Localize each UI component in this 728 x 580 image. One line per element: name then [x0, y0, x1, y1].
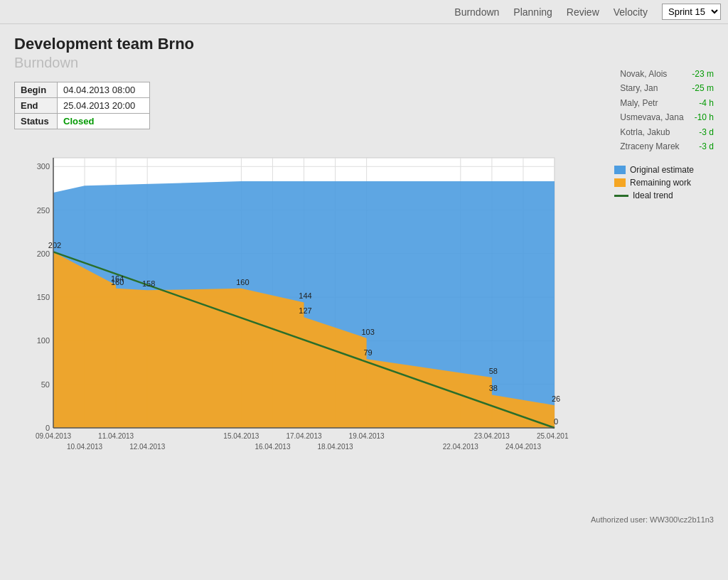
nav-review[interactable]: Review — [567, 6, 599, 18]
legend-ideal-trend: Ideal trend — [614, 190, 714, 200]
sprint-end-row: End 25.04.2013 20:00 — [15, 98, 150, 114]
svg-text:79: 79 — [364, 348, 373, 357]
svg-text:38: 38 — [489, 384, 498, 392]
svg-text:160: 160 — [111, 278, 124, 286]
stat-value: -4 h — [699, 96, 714, 110]
svg-text:103: 103 — [361, 328, 374, 336]
stat-row: Kotrla, Jakub-3 d — [620, 125, 714, 139]
status-label: Status — [15, 114, 58, 129]
legend-ideal-trend-label: Ideal trend — [633, 190, 673, 200]
svg-text:22.04.2013: 22.04.2013 — [443, 443, 478, 451]
svg-text:160: 160 — [236, 278, 249, 286]
stat-name: Maly, Petr — [620, 96, 658, 110]
svg-text:150: 150 — [37, 293, 50, 301]
nav-velocity[interactable]: Velocity — [614, 6, 648, 18]
authorized-user: Authorized user: WW300\cz2b11n3 — [591, 515, 714, 524]
svg-text:300: 300 — [37, 162, 50, 171]
svg-text:158: 158 — [142, 279, 155, 288]
sprint-selector[interactable]: Sprint 15 Sprint 14 Sprint 13 — [662, 4, 721, 20]
top-nav: Burndown Planning Review Velocity Sprint… — [0, 0, 728, 24]
svg-text:24.04.2013: 24.04.2013 — [505, 443, 541, 451]
status-value: Closed — [58, 114, 150, 129]
chart-area: 05010015020025030009.04.201310.04.201311… — [14, 144, 714, 485]
burndown-chart: 05010015020025030009.04.201310.04.201311… — [14, 144, 569, 485]
chart-container: 05010015020025030009.04.201310.04.201311… — [14, 144, 714, 485]
nav-planning[interactable]: Planning — [513, 6, 552, 18]
svg-text:202: 202 — [48, 241, 61, 249]
svg-text:127: 127 — [299, 306, 311, 315]
footer: Authorized user: WW300\cz2b11n3 — [0, 510, 728, 530]
page-title: Development team Brno — [14, 35, 714, 53]
legend-original-estimate-color — [614, 166, 626, 174]
svg-text:50: 50 — [41, 380, 50, 389]
sprint-status-row: Status Closed — [15, 114, 150, 129]
svg-text:23.04.2013: 23.04.2013 — [474, 432, 510, 440]
svg-text:11.04.2013: 11.04.2013 — [98, 432, 134, 440]
stat-row: Maly, Petr-4 h — [620, 96, 714, 110]
stat-name: Usmevava, Jana — [620, 110, 683, 124]
stat-value: -10 h — [695, 110, 714, 124]
svg-text:25.04.2013: 25.04.2013 — [537, 432, 569, 440]
svg-text:17.04.2013: 17.04.2013 — [286, 432, 321, 440]
chart-wrap: 05010015020025030009.04.201310.04.201311… — [14, 144, 600, 485]
begin-label: Begin — [15, 82, 58, 98]
chart-legend: Original estimate Remaining work Ideal t… — [614, 165, 714, 203]
svg-text:100: 100 — [37, 336, 50, 345]
team-stats-panel: Novak, Alois-23 mStary, Jan-25 mMaly, Pe… — [620, 67, 714, 154]
sprint-info-table: Begin 04.04.2013 08:00 End 25.04.2013 20… — [14, 82, 150, 129]
svg-text:09.04.2013: 09.04.2013 — [36, 432, 71, 440]
svg-text:0: 0 — [554, 417, 558, 426]
legend-original-estimate-label: Original estimate — [630, 165, 694, 175]
svg-text:10.04.2013: 10.04.2013 — [67, 443, 102, 451]
nav-burndown[interactable]: Burndown — [454, 6, 499, 18]
svg-text:15.04.2013: 15.04.2013 — [223, 432, 259, 440]
svg-text:12.04.2013: 12.04.2013 — [129, 443, 165, 451]
stat-row: Stary, Jan-25 m — [620, 81, 714, 95]
svg-text:250: 250 — [37, 206, 50, 215]
svg-text:26: 26 — [552, 394, 560, 403]
svg-text:58: 58 — [489, 367, 498, 375]
begin-value: 04.04.2013 08:00 — [58, 82, 150, 98]
stat-value: -23 m — [692, 67, 714, 81]
sprint-begin-row: Begin 04.04.2013 08:00 — [15, 82, 150, 98]
stat-row: Novak, Alois-23 m — [620, 67, 714, 81]
stat-name: Stary, Jan — [620, 81, 658, 95]
stat-name: Novak, Alois — [620, 67, 667, 81]
legend-remaining-work-color — [614, 178, 626, 187]
legend-ideal-trend-line — [614, 195, 628, 197]
stat-value: -25 m — [692, 81, 714, 95]
legend-remaining-work: Remaining work — [614, 178, 714, 188]
svg-text:18.04.2013: 18.04.2013 — [318, 443, 353, 451]
stat-value: -3 d — [699, 125, 714, 139]
stat-name: Kotrla, Jakub — [620, 125, 670, 139]
legend-remaining-work-label: Remaining work — [630, 178, 691, 188]
svg-text:19.04.2013: 19.04.2013 — [349, 432, 385, 440]
end-value: 25.04.2013 20:00 — [58, 98, 150, 114]
legend-original-estimate: Original estimate — [614, 165, 714, 175]
svg-text:0: 0 — [46, 424, 50, 432]
svg-text:144: 144 — [299, 291, 311, 300]
main-content: Development team Brno Burndown Begin 04.… — [0, 24, 728, 495]
end-label: End — [15, 98, 58, 114]
page-subtitle: Burndown — [14, 55, 714, 71]
svg-text:16.04.2013: 16.04.2013 — [255, 443, 290, 451]
stat-row: Usmevava, Jana-10 h — [620, 110, 714, 124]
svg-text:200: 200 — [37, 249, 50, 258]
